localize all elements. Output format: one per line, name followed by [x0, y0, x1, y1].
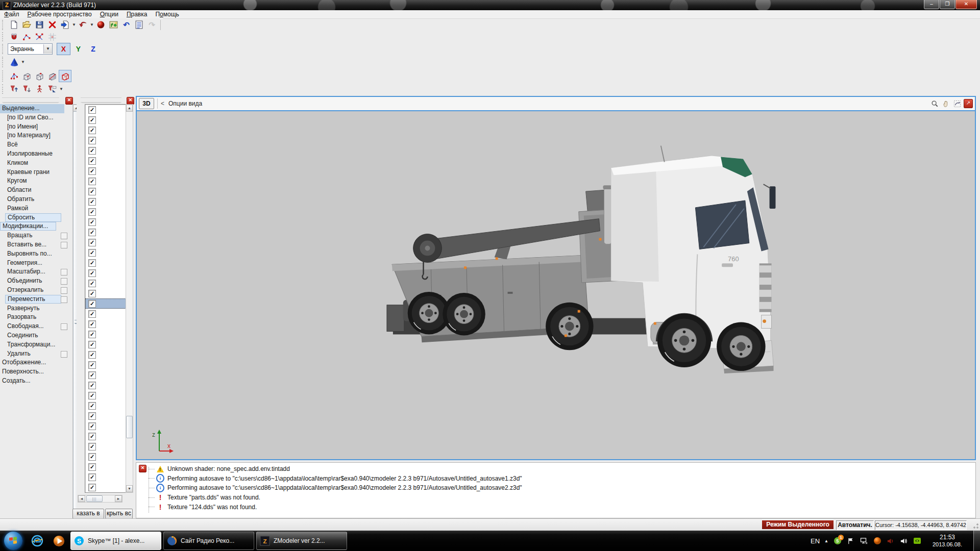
object-visibility-row[interactable]: ✓: [85, 125, 126, 135]
command-item[interactable]: Кругом: [0, 177, 70, 186]
log-message[interactable]: !Texture "parts.dds" was not found.: [149, 493, 973, 503]
view-options-menu[interactable]: Опции вида: [168, 100, 202, 107]
show-desktop-button[interactable]: [973, 531, 980, 551]
panel-grip[interactable]: [2, 97, 59, 103]
visibility-checkbox[interactable]: ✓: [88, 198, 96, 206]
toolbar-grip[interactable]: [2, 32, 6, 41]
visibility-checkbox[interactable]: ✓: [88, 443, 96, 450]
object-visibility-row[interactable]: ✓: [85, 176, 126, 186]
object-visibility-row[interactable]: ✓: [85, 268, 126, 278]
snap-points-icon[interactable]: [33, 31, 46, 43]
visibility-checkbox[interactable]: ✓: [88, 382, 96, 389]
object-visibility-row[interactable]: ✓: [85, 472, 126, 482]
scroll-right-icon[interactable]: ►: [115, 495, 122, 502]
skeleton-mode-icon[interactable]: [33, 83, 46, 95]
close-button[interactable]: ✕: [955, 0, 977, 9]
object-visibility-row[interactable]: ✓: [85, 288, 126, 298]
visibility-checkbox[interactable]: ✓: [88, 239, 96, 246]
command-options-box[interactable]: [61, 269, 67, 276]
import-icon[interactable]: [77, 19, 89, 31]
show-in-button[interactable]: казать в: [72, 509, 104, 519]
object-visibility-row[interactable]: ✓: [85, 115, 126, 125]
object-visibility-row[interactable]: ✓: [85, 156, 126, 166]
new-file-icon[interactable]: [8, 19, 20, 31]
close-icon[interactable]: ✕: [127, 97, 134, 105]
object-visibility-row[interactable]: ✓: [85, 370, 126, 380]
visibility-checkbox[interactable]: ✓: [88, 259, 96, 267]
command-item[interactable]: Отображение...: [0, 358, 70, 367]
command-item[interactable]: Всё: [0, 140, 70, 149]
command-options-box[interactable]: [61, 287, 67, 294]
object-visibility-row[interactable]: ✓: [85, 421, 126, 431]
nvidia-icon[interactable]: [913, 537, 921, 545]
taskbar-button-zmodeler[interactable]: ZZModeler ver 2.2...: [256, 532, 347, 550]
visibility-checkbox[interactable]: ✓: [88, 463, 96, 471]
menu-item[interactable]: Рабочее пространство: [23, 10, 96, 18]
undo-icon[interactable]: ↶: [120, 19, 133, 31]
title-bar[interactable]: Z ZModeler ver 2.2.3 (Build 971) – ❐ ✕: [0, 0, 980, 10]
axis-x-button[interactable]: X: [57, 43, 70, 55]
chevron-down-icon[interactable]: ▼: [43, 44, 52, 54]
command-item[interactable]: Удалить: [0, 349, 70, 359]
command-item[interactable]: Отзеркалить: [0, 286, 70, 295]
command-item[interactable]: Развернуть: [0, 304, 70, 313]
scroll-up-icon[interactable]: ▲: [126, 105, 133, 112]
visibility-checkbox[interactable]: ✓: [88, 422, 96, 430]
axis-z-button[interactable]: Z: [86, 43, 100, 55]
log-message[interactable]: Unknown shader: none_spec.add.env.tintad…: [149, 464, 973, 474]
object-visibility-row[interactable]: ✓: [85, 329, 126, 339]
save-file-icon[interactable]: [33, 19, 46, 31]
command-item[interactable]: Выровнять по...: [0, 249, 70, 259]
close-icon[interactable]: ✕: [65, 97, 73, 105]
log-window-icon[interactable]: [133, 19, 145, 31]
object-visibility-row[interactable]: ✓: [85, 411, 126, 421]
command-item[interactable]: Объединить: [0, 277, 70, 286]
object-visibility-row[interactable]: ✓: [85, 431, 126, 441]
minimize-button[interactable]: –: [924, 0, 939, 9]
objects-mode-icon[interactable]: [59, 70, 71, 82]
scroll-down-icon[interactable]: ▼: [126, 485, 133, 492]
visibility-checkbox[interactable]: ✓: [88, 351, 96, 359]
object-visibility-row[interactable]: ✓: [85, 145, 126, 156]
resize-grip[interactable]: [972, 523, 979, 530]
command-item[interactable]: [по Имени]: [0, 122, 70, 132]
scene-browser-icon[interactable]: [107, 19, 120, 31]
visibility-checkbox[interactable]: ✓: [88, 331, 96, 338]
chevron-down-icon[interactable]: ▼: [89, 19, 94, 31]
menu-item[interactable]: Правка: [122, 10, 152, 18]
visibility-checkbox[interactable]: ✓: [88, 127, 96, 134]
command-item[interactable]: Соединить: [0, 331, 70, 340]
auto-mode-field[interactable]: Автоматич.: [836, 520, 874, 530]
menu-item[interactable]: Помощь: [151, 10, 183, 18]
create-cone-icon[interactable]: [8, 56, 20, 68]
visibility-checkbox[interactable]: ✓: [88, 208, 96, 216]
command-item[interactable]: Сбросить: [0, 213, 70, 222]
action-center-flag-icon[interactable]: [846, 537, 855, 545]
object-visibility-row[interactable]: ✓: [85, 237, 126, 247]
object-visibility-row[interactable]: ✓: [85, 207, 126, 217]
visibility-checkbox[interactable]: ✓: [88, 178, 96, 185]
object-visibility-row[interactable]: ✓: [85, 247, 126, 258]
app-orange-icon[interactable]: [873, 537, 881, 545]
command-item[interactable]: Свободная...: [0, 322, 70, 331]
visibility-checkbox[interactable]: ✓: [88, 280, 96, 287]
internet-explorer-icon[interactable]: [29, 532, 46, 549]
object-visibility-row[interactable]: ✓: [85, 462, 126, 472]
command-options-box[interactable]: [61, 233, 67, 239]
command-item[interactable]: Изолированные: [0, 149, 70, 159]
command-item[interactable]: Геометрия...: [0, 259, 70, 268]
toolbar-grip[interactable]: [2, 84, 6, 93]
object-visibility-row[interactable]: ✓: [85, 186, 126, 196]
object-visibility-row[interactable]: ✓: [85, 196, 126, 207]
hide-selected-icon[interactable]: [8, 83, 20, 95]
command-item[interactable]: Вращать: [0, 231, 70, 240]
visibility-checkbox[interactable]: ✓: [88, 188, 96, 195]
object-visibility-row[interactable]: ✓: [85, 360, 126, 370]
visibility-checkbox[interactable]: ✓: [88, 229, 96, 236]
log-message[interactable]: iPerforming autosave to "c:\users\cd86~1…: [149, 483, 973, 493]
toolbar-grip[interactable]: [2, 57, 6, 68]
command-options-box[interactable]: [61, 351, 67, 358]
object-visibility-row[interactable]: ✓: [85, 441, 126, 452]
object-visibility-row[interactable]: ✓: [85, 227, 126, 237]
volume-icon[interactable]: [899, 537, 908, 545]
